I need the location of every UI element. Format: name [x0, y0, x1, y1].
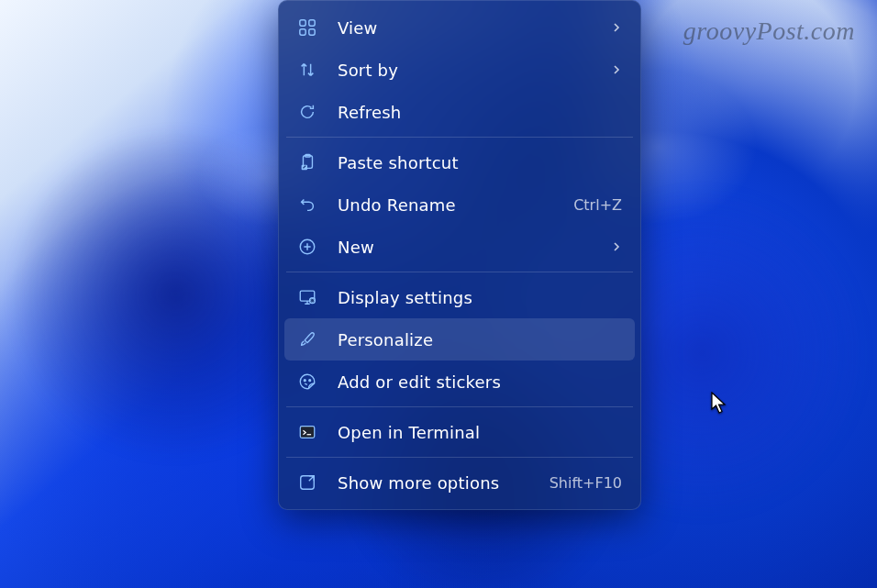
menu-item-personalize[interactable]: Personalize — [284, 318, 635, 361]
menu-separator — [286, 272, 633, 272]
menu-label: Open in Terminal — [338, 423, 622, 442]
svg-point-10 — [304, 380, 305, 382]
refresh-icon — [297, 102, 317, 122]
menu-label: Paste shortcut — [338, 153, 622, 172]
chevron-right-icon — [611, 241, 622, 252]
svg-rect-0 — [300, 20, 305, 26]
menu-separator — [286, 137, 633, 138]
menu-shortcut: Shift+F10 — [550, 474, 622, 492]
menu-label: Show more options — [338, 473, 540, 493]
menu-item-show-more-options[interactable]: Show more options Shift+F10 — [284, 461, 635, 504]
menu-label: View — [338, 18, 602, 38]
undo-icon — [297, 194, 317, 215]
menu-separator — [286, 457, 633, 458]
menu-item-undo-rename[interactable]: Undo Rename Ctrl+Z — [284, 183, 635, 226]
sticker-icon — [297, 372, 317, 392]
menu-label: Refresh — [338, 103, 622, 122]
menu-label: Add or edit stickers — [338, 372, 622, 392]
menu-separator — [286, 406, 633, 407]
svg-point-11 — [309, 380, 311, 382]
grid-icon — [297, 17, 317, 38]
paste-shortcut-icon — [297, 152, 317, 172]
more-options-icon — [297, 472, 317, 493]
menu-item-new[interactable]: New — [284, 226, 635, 268]
paintbrush-icon — [297, 329, 317, 349]
plus-circle-icon — [297, 237, 317, 257]
display-settings-icon — [297, 287, 317, 307]
menu-label: Undo Rename — [338, 195, 564, 215]
menu-label: Personalize — [338, 330, 622, 349]
menu-item-refresh[interactable]: Refresh — [284, 91, 635, 133]
menu-label: Display settings — [338, 288, 622, 307]
menu-item-display-settings[interactable]: Display settings — [284, 276, 635, 318]
chevron-right-icon — [611, 22, 622, 33]
watermark-text: groovyPost.com — [683, 17, 855, 46]
terminal-icon — [297, 422, 317, 442]
menu-label: New — [338, 238, 602, 257]
menu-item-add-stickers[interactable]: Add or edit stickers — [284, 361, 635, 403]
svg-rect-1 — [309, 20, 315, 26]
sort-icon — [297, 60, 317, 80]
svg-rect-3 — [309, 29, 315, 35]
chevron-right-icon — [611, 64, 622, 75]
svg-rect-12 — [300, 427, 314, 438]
menu-shortcut: Ctrl+Z — [573, 196, 622, 214]
menu-item-paste-shortcut[interactable]: Paste shortcut — [284, 141, 635, 183]
svg-rect-2 — [300, 29, 305, 35]
desktop-context-menu: View Sort by Refresh — [278, 0, 641, 510]
menu-item-sort-by[interactable]: Sort by — [284, 49, 635, 91]
menu-item-view[interactable]: View — [284, 6, 635, 49]
menu-item-open-terminal[interactable]: Open in Terminal — [284, 411, 635, 453]
menu-label: Sort by — [338, 61, 602, 80]
